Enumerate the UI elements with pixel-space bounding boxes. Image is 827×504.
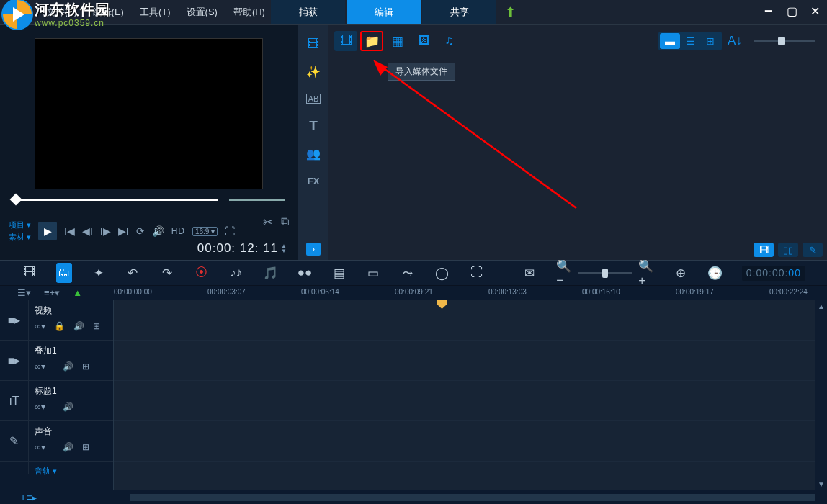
view-grid-icon[interactable]: ⊞ — [700, 33, 720, 49]
play-tracks-icon[interactable]: ▲ — [73, 287, 82, 298]
zoom-in-icon[interactable]: 🔍+ — [638, 258, 654, 288]
menu-file[interactable]: 文件(F) — [46, 6, 77, 19]
track-link-icon[interactable]: ∞▾ — [35, 361, 45, 372]
go-start-icon[interactable]: I◀ — [64, 225, 75, 237]
redo-icon[interactable]: ↷ — [159, 266, 175, 281]
track-header[interactable]: ✎声音∞▾🔊⊞ — [0, 421, 113, 462]
lib-ab-icon[interactable]: AB — [305, 90, 322, 107]
lib-import-folder-icon[interactable]: 📁 — [360, 31, 383, 51]
subtitle-icon[interactable]: ▭ — [366, 266, 382, 281]
lib-panel-media-icon[interactable]: 🎞 — [754, 243, 774, 257]
lib-title-icon[interactable]: T — [305, 117, 322, 135]
snapshot-icon[interactable]: ⧉ — [281, 215, 289, 229]
fullscreen-icon[interactable]: ⛶ — [225, 225, 235, 237]
close-button[interactable]: ✕ — [808, 4, 821, 17]
storyboard-view-icon[interactable]: 🎞 — [22, 266, 37, 280]
go-end-icon[interactable]: ▶I — [118, 225, 129, 237]
timecode-stepper[interactable]: ▲▼ — [281, 243, 287, 253]
maximize-button[interactable]: ▢ — [785, 4, 798, 17]
multi-cam-icon[interactable]: ◯ — [434, 266, 450, 281]
track-row[interactable] — [114, 421, 827, 462]
track-row[interactable] — [114, 341, 827, 381]
tools-icon[interactable]: ✦ — [91, 266, 107, 281]
upload-icon[interactable]: ⬆ — [498, 0, 522, 24]
fit-project-icon[interactable]: ⊕ — [673, 266, 689, 281]
record-icon[interactable]: ⦿ — [194, 266, 210, 280]
lib-panel-edit-icon[interactable]: ✎ — [803, 243, 823, 257]
step-back-icon[interactable]: ◀I — [82, 225, 93, 237]
zoom-out-icon[interactable]: 🔍− — [556, 258, 572, 288]
track-header[interactable]: ıT标题1∞▾🔊 — [0, 381, 113, 421]
mode-share[interactable]: 共享 — [422, 0, 496, 24]
track-vol-icon[interactable]: 🔊 — [63, 361, 73, 372]
timeline-view-icon[interactable]: 🗂 — [56, 263, 72, 283]
track-row[interactable] — [114, 381, 827, 421]
lib-all-media-icon[interactable]: 🎞 — [334, 31, 357, 51]
track-link-icon[interactable]: ∞▾ — [35, 321, 45, 331]
lib-photo-filter-icon[interactable]: 🖼 — [412, 31, 435, 51]
track-fx-icon[interactable]: ⊞ — [82, 361, 89, 372]
lib-video-filter-icon[interactable]: ▦ — [386, 31, 409, 51]
mail-icon[interactable]: ✉ — [522, 266, 538, 281]
preview-scrubber[interactable] — [13, 194, 285, 204]
play-button[interactable]: ▶ — [38, 222, 57, 240]
cut-icon[interactable]: ✂ — [263, 215, 272, 229]
track-motion-icon[interactable]: ⤳ — [400, 266, 416, 281]
lib-transition-icon[interactable]: 👥 — [305, 145, 322, 162]
track-vol-icon[interactable]: 🔊 — [63, 442, 73, 452]
menu-tools[interactable]: 工具(T) — [140, 6, 171, 19]
mode-project-label[interactable]: 项目 ▾ — [9, 220, 31, 230]
volume-icon[interactable]: 🔊 — [152, 225, 164, 237]
view-thumb-icon[interactable]: ▬ — [660, 33, 680, 49]
track-header[interactable]: ■▸叠加1∞▾🔊⊞ — [0, 341, 113, 381]
mode-capture[interactable]: 捕获 — [271, 0, 345, 24]
lib-media-icon[interactable]: 🎞 — [305, 35, 322, 53]
auto-music-icon[interactable]: 🎵 — [262, 266, 278, 281]
track-add-icon[interactable]: ≡+▾ — [44, 287, 60, 298]
menu-settings[interactable]: 设置(S) — [187, 6, 218, 19]
track-header[interactable]: 音轨 ▾ — [0, 462, 113, 474]
mode-edit[interactable]: 编辑 — [347, 0, 421, 24]
track-lock-icon[interactable]: 🔒 — [54, 321, 65, 331]
lib-expand-icon[interactable]: › — [306, 243, 321, 256]
view-list-icon[interactable]: ☰ — [680, 33, 700, 49]
menu-edit[interactable]: 编辑(E) — [93, 6, 124, 19]
lib-panel-split-icon[interactable]: ▯▯ — [778, 243, 798, 257]
timeline-h-scrollbar[interactable] — [130, 494, 815, 501]
chapter-icon[interactable]: ▤ — [331, 266, 347, 281]
track-header[interactable]: ■▸视频∞▾🔒🔊⊞ — [0, 300, 113, 341]
track-vol-icon[interactable]: 🔊 — [63, 402, 73, 412]
track-fx-icon[interactable]: ⊞ — [82, 442, 89, 452]
lib-fx-icon[interactable]: ✨ — [305, 63, 322, 80]
step-fwd-icon[interactable]: I▶ — [100, 225, 111, 237]
timeline-zoom-slider[interactable] — [578, 272, 632, 274]
scroll-up-icon[interactable]: ▲ — [815, 300, 827, 312]
marker-icon[interactable]: ●● — [297, 266, 313, 280]
sort-icon[interactable]: A↓ — [723, 31, 746, 51]
track-list-icon[interactable]: ☰▾ — [17, 287, 31, 298]
track-link-icon[interactable]: ∞▾ — [35, 442, 45, 452]
track-row[interactable] — [114, 300, 827, 341]
preview-canvas[interactable] — [35, 38, 263, 189]
menu-help[interactable]: 帮助(H) — [233, 6, 265, 19]
track-link-icon[interactable]: ∞▾ — [35, 402, 45, 412]
timeline-ruler[interactable]: ☰▾ ≡+▾ ▲ 00:00:00:0000:00:03:0700:00:06:… — [0, 286, 827, 300]
audio-mix-icon[interactable]: ♪♪ — [228, 266, 244, 280]
hd-toggle[interactable]: HD — [171, 226, 185, 236]
scroll-down-icon[interactable]: ▼ — [815, 478, 827, 490]
thumb-zoom-slider[interactable] — [754, 40, 815, 42]
lib-fx2-icon[interactable]: FX — [305, 172, 322, 189]
add-track-icon[interactable]: +≡▸ — [20, 492, 37, 503]
loop-icon[interactable]: ⟳ — [136, 225, 145, 237]
lib-audio-filter-icon[interactable]: ♫ — [438, 31, 461, 51]
undo-icon[interactable]: ↶ — [125, 266, 140, 281]
pan-zoom-icon[interactable]: ⛶ — [469, 266, 485, 280]
track-vol-icon[interactable]: 🔊 — [73, 321, 84, 331]
minimize-button[interactable]: ━ — [762, 4, 775, 17]
aspect-ratio[interactable]: 16:9 ▾ — [192, 227, 218, 236]
timeline-v-scrollbar[interactable]: ▲ ▼ — [815, 300, 827, 490]
track-area[interactable] — [114, 300, 827, 490]
clock-icon[interactable]: 🕒 — [707, 266, 723, 281]
mode-clip-label[interactable]: 素材 ▾ — [9, 232, 31, 243]
project-timecode[interactable]: 0:00:00:00 — [742, 266, 805, 281]
